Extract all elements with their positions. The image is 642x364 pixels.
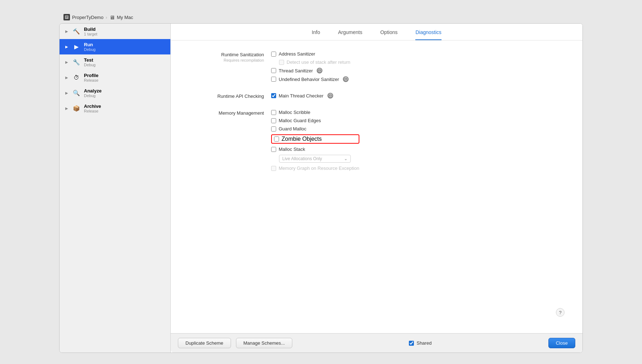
svg-rect-3 [66, 18, 67, 18]
analyze-icon: 🔍 [72, 89, 80, 97]
expand-arrow-archive: ▶ [65, 106, 69, 110]
sidebar-item-profile[interactable]: ▶ ⏱ Profile Release [60, 70, 170, 85]
main-thread-checker-checkbox[interactable] [271, 93, 276, 98]
sidebar-sublabel-archive: Release [84, 109, 101, 113]
main-thread-checker-info-icon[interactable]: ⓘ [327, 93, 333, 99]
archive-icon: 📦 [72, 105, 80, 112]
help-button[interactable]: ? [556, 308, 565, 317]
sidebar-sublabel-build: 1 target [84, 32, 97, 36]
zombie-objects-checkbox[interactable] [274, 136, 279, 142]
runtime-sanitization-row: Runtime Sanitization Requires recompilat… [185, 51, 568, 82]
duplicate-scheme-button[interactable]: Duplicate Scheme [178, 338, 231, 348]
detect-stack-label: Detect use of stack after return [287, 59, 350, 65]
breadcrumb-separator: › [105, 15, 107, 20]
runtime-api-checking-row: Runtime API Checking Main Thread Checker… [185, 93, 568, 99]
sidebar-sublabel-analyze: Debug [84, 94, 102, 98]
shared-checkbox[interactable] [409, 341, 414, 346]
sidebar: ▶ 🔨 Build 1 target ▶ ▶ Run Debug ▶ 🔧 [60, 24, 171, 353]
shared-row: Shared [409, 340, 431, 346]
bottom-bar: Duplicate Scheme Manage Schemes... Share… [171, 333, 582, 353]
select-arrows-icon: ⌄ [344, 156, 348, 161]
memory-management-row: Memory Management Malloc Scribble [185, 110, 568, 171]
tab-diagnostics[interactable]: Diagnostics [415, 29, 441, 40]
close-button-wrapper: Close [548, 338, 575, 348]
malloc-stack-row: Malloc Stack [271, 147, 359, 152]
malloc-guard-edges-checkbox[interactable] [271, 118, 276, 123]
breadcrumb-project[interactable]: ProperTyDemo [72, 15, 103, 20]
malloc-scribble-checkbox[interactable] [271, 110, 276, 115]
sidebar-item-archive[interactable]: ▶ 📦 Archive Release [60, 101, 170, 116]
run-icon: ▶ [72, 43, 80, 51]
thread-sanitizer-label: Thread Sanitizer [279, 68, 313, 73]
thread-sanitizer-info-icon[interactable]: ⓘ [317, 68, 322, 73]
test-icon: 🔧 [72, 58, 80, 66]
thread-sanitizer-row: Thread Sanitizer ⓘ [271, 68, 350, 73]
sidebar-label-archive: Archive [84, 104, 101, 109]
main-thread-checker-label: Main Thread Checker [279, 93, 324, 99]
expand-arrow-analyze: ▶ [65, 91, 69, 95]
address-sanitizer-row: Address Sanitizer [271, 51, 350, 57]
memory-graph-checkbox[interactable] [271, 166, 276, 171]
malloc-stack-checkbox[interactable] [271, 147, 276, 152]
malloc-guard-edges-label: Malloc Guard Edges [279, 118, 321, 123]
sidebar-label-profile: Profile [84, 73, 98, 78]
tab-info[interactable]: Info [312, 29, 320, 40]
expand-arrow-run: ▶ [65, 45, 69, 49]
memory-graph-label: Memory Graph on Resource Exception [279, 166, 359, 171]
breadcrumb-mac-icon: 🖥 [109, 14, 115, 20]
tabs-bar: Info Arguments Options Diagnostics [171, 24, 582, 40]
guard-malloc-checkbox[interactable] [271, 126, 276, 131]
shared-label: Shared [416, 340, 431, 346]
sidebar-item-build[interactable]: ▶ 🔨 Build 1 target [60, 24, 170, 39]
malloc-scribble-label: Malloc Scribble [279, 110, 310, 115]
detect-stack-row: Detect use of stack after return [279, 59, 350, 65]
sidebar-item-analyze[interactable]: ▶ 🔍 Analyze Debug [60, 85, 170, 101]
sidebar-item-test[interactable]: ▶ 🔧 Test Debug [60, 54, 170, 70]
sidebar-label-analyze: Analyze [84, 88, 102, 94]
sidebar-sublabel-test: Debug [84, 63, 95, 67]
malloc-scribble-row: Malloc Scribble [271, 110, 359, 115]
sidebar-item-run[interactable]: ▶ ▶ Run Debug [60, 39, 170, 54]
content-area: Info Arguments Options Diagnostics Runti… [171, 24, 582, 353]
guard-malloc-row: Guard Malloc [271, 126, 359, 131]
undefined-behavior-info-icon[interactable]: ⓘ [343, 76, 349, 82]
live-allocations-label: Live Allocations Only [282, 156, 322, 161]
memory-management-label: Memory Management [185, 110, 264, 116]
runtime-sanitization-sublabel: Requires recompilation [185, 58, 264, 62]
breadcrumb-destination[interactable]: My Mac [117, 15, 133, 20]
live-allocations-select[interactable]: Live Allocations Only ⌄ [279, 155, 351, 163]
zombie-objects-highlight: Zombie Objects [271, 134, 359, 144]
build-icon: 🔨 [72, 28, 80, 35]
svg-rect-1 [66, 16, 68, 16]
detect-stack-checkbox[interactable] [279, 60, 284, 65]
memory-graph-row: Memory Graph on Resource Exception [271, 166, 359, 171]
expand-arrow-test: ▶ [65, 60, 69, 64]
address-sanitizer-label: Address Sanitizer [279, 51, 315, 57]
main-thread-checker-row: Main Thread Checker ⓘ [271, 93, 333, 99]
malloc-guard-edges-row: Malloc Guard Edges [271, 118, 359, 123]
manage-schemes-button[interactable]: Manage Schemes... [236, 338, 293, 348]
close-button[interactable]: Close [548, 338, 575, 348]
tab-arguments[interactable]: Arguments [338, 29, 363, 40]
undefined-behavior-checkbox[interactable] [271, 77, 276, 82]
address-sanitizer-checkbox[interactable] [271, 52, 276, 57]
project-icon [63, 14, 70, 20]
diagnostics-panel: Runtime Sanitization Requires recompilat… [171, 40, 582, 333]
sidebar-label-run: Run [84, 42, 95, 47]
undefined-behavior-label: Undefined Behavior Sanitizer [279, 77, 339, 82]
guard-malloc-label: Guard Malloc [279, 126, 306, 131]
malloc-stack-label: Malloc Stack [279, 147, 305, 152]
sidebar-label-test: Test [84, 57, 95, 63]
thread-sanitizer-checkbox[interactable] [271, 68, 276, 73]
sidebar-sublabel-profile: Release [84, 78, 98, 82]
expand-arrow-profile: ▶ [65, 76, 69, 80]
runtime-sanitization-label: Runtime Sanitization [185, 52, 264, 57]
profile-icon: ⏱ [72, 74, 80, 82]
zombie-objects-label: Zombie Objects [282, 136, 322, 142]
tab-options[interactable]: Options [380, 29, 397, 40]
sidebar-sublabel-run: Debug [84, 47, 95, 52]
expand-arrow-build: ▶ [65, 29, 69, 33]
undefined-behavior-row: Undefined Behavior Sanitizer ⓘ [271, 76, 350, 82]
breadcrumb: ProperTyDemo › 🖥 My Mac [59, 11, 583, 23]
live-allocations-row: Live Allocations Only ⌄ [279, 155, 359, 163]
